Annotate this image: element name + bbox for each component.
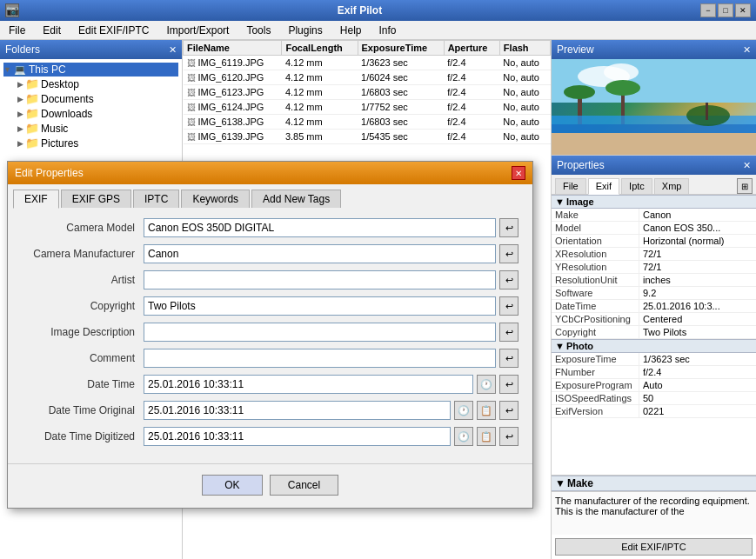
field-input-copyright[interactable] xyxy=(144,296,496,316)
reset-icon[interactable]: ↩ xyxy=(499,323,518,342)
modal-tab-keywords[interactable]: Keywords xyxy=(181,190,250,208)
field-input-artist[interactable] xyxy=(144,270,496,289)
modal-title: Edit Properties xyxy=(15,167,84,179)
reset-icon[interactable]: ↩ xyxy=(499,427,518,446)
field-wrap-camera-model: ↩ xyxy=(144,218,518,237)
edit-properties-modal: Edit Properties ✕ EXIF EXIF GPS IPTC Key… xyxy=(7,161,533,509)
field-wrap-date-time-digitized: 🕐 📋 ↩ xyxy=(144,427,518,446)
field-input-image-description[interactable] xyxy=(144,323,496,342)
field-wrap-image-description: ↩ xyxy=(144,323,518,342)
copy-icon[interactable]: 📋 xyxy=(477,427,496,446)
reset-icon[interactable]: ↩ xyxy=(499,375,518,394)
field-label-image-description: Image Description xyxy=(22,326,144,338)
field-input-camera-manufacturer[interactable] xyxy=(144,244,496,263)
clock-icon[interactable]: 🕐 xyxy=(454,427,473,446)
field-label-artist: Artist xyxy=(22,274,144,286)
clock-icon[interactable]: 🕐 xyxy=(454,401,473,420)
field-wrap-copyright: ↩ xyxy=(144,296,518,316)
reset-icon[interactable]: ↩ xyxy=(499,244,518,263)
reset-icon[interactable]: ↩ xyxy=(499,218,518,237)
form-row-camera-model: Camera Model ↩ xyxy=(22,218,518,237)
form-row-date-time-digitized: Date Time Digitized 🕐 📋 ↩ xyxy=(22,427,518,446)
field-input-date-time-original[interactable] xyxy=(144,401,451,420)
field-label-date-time-original: Date Time Original xyxy=(22,404,144,416)
field-label-date-time: Date Time xyxy=(22,378,144,390)
field-label-copyright: Copyright xyxy=(22,300,144,312)
modal-tab-add-tags[interactable]: Add New Tags xyxy=(251,190,341,208)
clock-icon[interactable]: 🕐 xyxy=(477,375,496,394)
modal-tab-exif[interactable]: EXIF xyxy=(13,190,59,209)
form-row-date-time: Date Time 🕐 ↩ xyxy=(22,375,518,394)
field-wrap-date-time: 🕐 ↩ xyxy=(144,375,518,394)
ok-button[interactable]: OK xyxy=(202,475,263,496)
form-row-date-time-original: Date Time Original 🕐 📋 ↩ xyxy=(22,401,518,420)
modal-title-bar: Edit Properties ✕ xyxy=(8,162,532,184)
field-input-comment[interactable] xyxy=(144,349,496,368)
field-input-camera-model[interactable] xyxy=(144,218,496,237)
modal-form-content: Camera Model ↩ Camera Manufacturer ↩ Art… xyxy=(8,208,532,463)
copy-icon[interactable]: 📋 xyxy=(477,401,496,420)
field-label-camera-model: Camera Model xyxy=(22,222,144,234)
modal-tabs: EXIF EXIF GPS IPTC Keywords Add New Tags xyxy=(8,184,532,208)
cancel-button[interactable]: Cancel xyxy=(270,475,338,496)
modal-overlay: Edit Properties ✕ EXIF EXIF GPS IPTC Key… xyxy=(0,0,756,559)
field-input-date-time-digitized[interactable] xyxy=(144,427,451,446)
modal-close-button[interactable]: ✕ xyxy=(512,166,525,180)
modal-tab-exif-gps[interactable]: EXIF GPS xyxy=(61,190,131,208)
reset-icon[interactable]: ↩ xyxy=(499,401,518,420)
reset-icon[interactable]: ↩ xyxy=(499,296,518,316)
form-row-comment: Comment ↩ xyxy=(22,349,518,368)
form-row-artist: Artist ↩ xyxy=(22,270,518,289)
reset-icon[interactable]: ↩ xyxy=(499,270,518,289)
modal-tab-iptc[interactable]: IPTC xyxy=(133,190,179,208)
field-wrap-camera-manufacturer: ↩ xyxy=(144,244,518,263)
field-wrap-artist: ↩ xyxy=(144,270,518,289)
field-wrap-comment: ↩ xyxy=(144,349,518,368)
form-row-copyright: Copyright ↩ xyxy=(22,296,518,316)
modal-footer: OK Cancel xyxy=(8,463,532,506)
field-wrap-date-time-original: 🕐 📋 ↩ xyxy=(144,401,518,420)
form-row-image-description: Image Description ↩ xyxy=(22,323,518,342)
field-label-camera-manufacturer: Camera Manufacturer xyxy=(22,248,144,260)
reset-icon[interactable]: ↩ xyxy=(499,349,518,368)
field-label-date-time-digitized: Date Time Digitized xyxy=(22,430,144,443)
field-label-comment: Comment xyxy=(22,352,144,364)
field-input-date-time[interactable] xyxy=(144,375,473,394)
form-row-camera-manufacturer: Camera Manufacturer ↩ xyxy=(22,244,518,263)
